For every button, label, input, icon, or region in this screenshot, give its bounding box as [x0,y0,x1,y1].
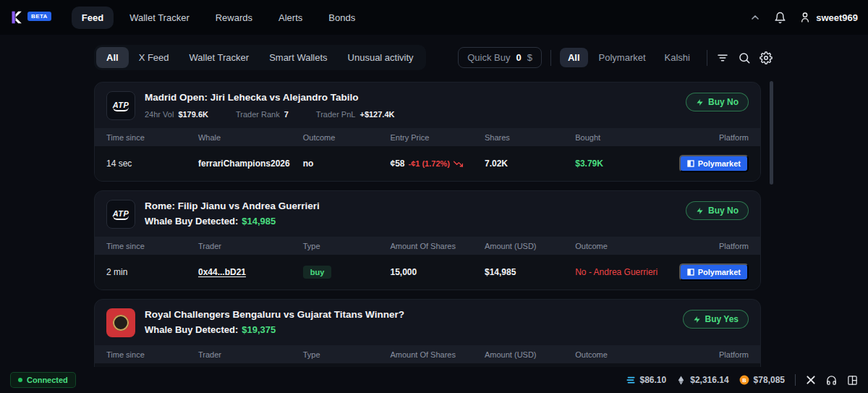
cell-amount-shares: 15,000 [390,267,485,277]
cell-amount-usd: $14,985 [485,267,575,277]
card-head-text: Royal Challengers Bengaluru vs Gujarat T… [145,308,673,335]
buy-yes-button[interactable]: Buy Yes [683,310,749,329]
platform-tab-polymarket[interactable]: Polymarket [591,48,654,67]
market-title[interactable]: Royal Challengers Bengaluru vs Gujarat T… [145,308,673,321]
atp-logo: ATP [106,91,135,120]
col-amount-shares: Amount Of Shares [390,350,485,359]
col-outcome: Outcome [303,133,391,142]
table-header: Time since Trader Type Amount Of Shares … [95,345,760,363]
nav-item-rewards[interactable]: Rewards [205,7,263,29]
btc-price[interactable]: B $78,085 [739,375,785,385]
news-panel-icon[interactable] [847,375,858,386]
page-scrollbar[interactable] [770,81,773,367]
nav-item-feed[interactable]: Feed [72,7,114,29]
polymarket-link-button[interactable]: Polymarket [679,263,749,281]
rcb-emblem [113,315,129,331]
feed-tab-all[interactable]: All [96,47,129,68]
polymarket-icon [687,269,694,276]
atp-logo: ATP [106,200,135,229]
platform-tab-all[interactable]: All [560,48,588,67]
buy-no-button[interactable]: Buy No [686,93,749,111]
col-platform: Platform [668,242,749,250]
support-headphones-icon[interactable] [826,375,837,386]
beta-badge: BETA [27,12,51,21]
status-bar-right: $86.10 $2,316.14 B $78,085 [626,374,858,386]
col-outcome: Outcome [575,242,668,250]
quick-buy-value: 0 [516,52,521,63]
market-title[interactable]: Madrid Open: Jiri Lehecka vs Alejandro T… [145,91,676,104]
main-nav: Feed Wallet Tracker Rewards Alerts Bonds [72,7,365,29]
sol-icon [626,375,636,385]
cell-outcome: no [303,159,391,169]
status-bar: Connected $86.10 $2,316.14 B $78,085 [0,367,868,393]
scrollbar-thumb[interactable] [770,81,773,185]
cell-time-since: 14 sec [106,159,198,169]
eth-price[interactable]: $2,316.14 [676,375,728,385]
divider [550,50,551,66]
stat-trader-rank: Trader Rank7 [236,110,289,119]
market-title[interactable]: Rome: Filip Jianu vs Andrea Guerrieri [145,200,676,213]
quick-buy-label: Quick Buy [467,52,510,63]
feed-tab-smart-wallets[interactable]: Smart Wallets [259,47,337,68]
eth-icon [676,376,686,385]
col-amount-usd: Amount (USD) [485,350,575,359]
sol-price[interactable]: $86.10 [626,375,667,385]
divider [795,374,796,386]
cell-shares: 7.02K [485,159,575,169]
card-head: ATP Rome: Filip Jianu vs Andrea Guerrier… [95,191,760,237]
whale-buy-amount: $14,985 [242,216,276,227]
nav-item-alerts[interactable]: Alerts [268,7,312,29]
col-bought: Bought [575,133,668,142]
search-icon[interactable] [738,51,751,64]
notifications-bell-icon[interactable] [774,12,786,24]
cell-whale[interactable]: ferrariChampions2026 [198,159,303,169]
cell-time-since: 2 min [106,267,198,277]
market-stats: 24hr Vol$179.6K Trader Rank7 Trader PnL+… [145,110,676,119]
col-time-since: Time since [106,242,198,250]
whale-buy-amount: $19,375 [242,324,276,335]
navbar-right: sweet969 [749,12,858,24]
buy-no-button[interactable]: Buy No [686,201,749,220]
rcb-team-logo [106,308,135,337]
platform-tab-kalshi[interactable]: Kalshi [657,48,698,67]
zap-icon [693,316,701,324]
divider [707,50,707,66]
polymarket-link-button[interactable]: Polymarket [679,155,749,172]
col-shares: Shares [485,133,575,142]
nav-item-wallet-tracker[interactable]: Wallet Tracker [119,7,200,29]
col-platform: Platform [668,350,749,359]
feed-tab-x-feed[interactable]: X Feed [129,47,179,68]
brand-k-icon [10,10,25,25]
user-account-chip[interactable]: sweet969 [799,12,858,23]
settings-gear-icon[interactable] [760,51,773,64]
cell-bought: $3.79K [575,159,668,169]
cell-entry-price: ¢58 -¢1 (1.72%) [390,159,485,169]
filter-bar: All X Feed Wallet Tracker Smart Wallets … [94,45,773,70]
nav-item-bonds[interactable]: Bonds [318,7,365,29]
filter-bar-right: Quick Buy 0 $ All Polymarket Kalshi [458,47,773,68]
stat-24hr-vol: 24hr Vol$179.6K [145,110,208,119]
filter-icon[interactable] [716,51,729,64]
connected-dot-icon [18,378,22,382]
chevron-up-icon[interactable] [749,12,761,23]
connection-status-badge: Connected [10,372,76,388]
table-header: Time since Whale Outcome Entry Price Sha… [95,128,760,146]
x-twitter-icon[interactable] [806,375,816,385]
quick-buy-currency: $ [527,52,532,63]
app-logo[interactable]: BETA [10,10,51,25]
card-head-text: Madrid Open: Jiri Lehecka vs Alejandro T… [145,91,676,119]
zap-icon [696,98,704,106]
col-whale: Whale [198,133,303,142]
trader-address-link[interactable]: 0x44...bD21 [198,267,246,277]
card-head: ATP Madrid Open: Jiri Lehecka vs Alejand… [95,83,760,128]
top-navbar: BETA Feed Wallet Tracker Rewards Alerts … [0,0,868,35]
market-card-rome: ATP Rome: Filip Jianu vs Andrea Guerrier… [94,190,761,290]
feed-tab-unusual-activity[interactable]: Unusual activity [338,47,424,68]
feed-tab-wallet-tracker[interactable]: Wallet Tracker [179,47,260,68]
card-head: Royal Challengers Bengaluru vs Gujarat T… [95,300,760,345]
col-type: Type [303,350,391,359]
card-head-text: Rome: Filip Jianu vs Andrea Guerrieri Wh… [145,200,676,227]
whale-buy-detected: Whale Buy Detected:$19,375 [145,324,673,335]
user-icon [799,12,811,23]
quick-buy-input[interactable]: Quick Buy 0 $ [458,47,542,68]
